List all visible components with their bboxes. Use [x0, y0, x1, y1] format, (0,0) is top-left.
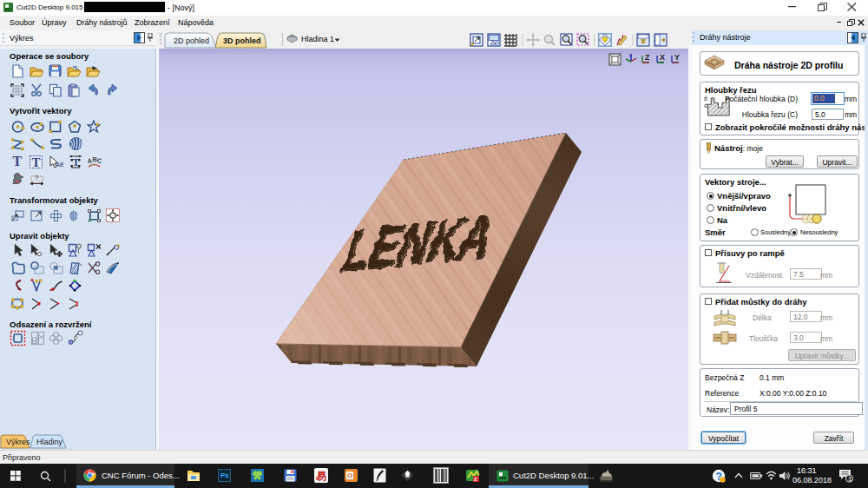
svg-text:z: z — [629, 52, 632, 57]
svg-text:Hladiny: Hladiny — [36, 438, 63, 446]
svg-text:?: ? — [35, 174, 39, 181]
svg-text:AB: AB — [56, 162, 63, 168]
svg-text:T: T — [13, 155, 23, 168]
svg-text:Y: Y — [674, 53, 680, 62]
svg-text:Výkres: Výkres — [6, 438, 30, 446]
svg-text:C: C — [96, 156, 102, 165]
svg-text:Z: Z — [645, 53, 650, 62]
svg-text:2D pohled: 2D pohled — [174, 36, 209, 45]
svg-text:3D pohled: 3D pohled — [223, 36, 261, 45]
svg-text:1: 1 — [848, 475, 852, 483]
svg-text:X: X — [660, 53, 665, 62]
svg-text:T: T — [32, 155, 41, 169]
